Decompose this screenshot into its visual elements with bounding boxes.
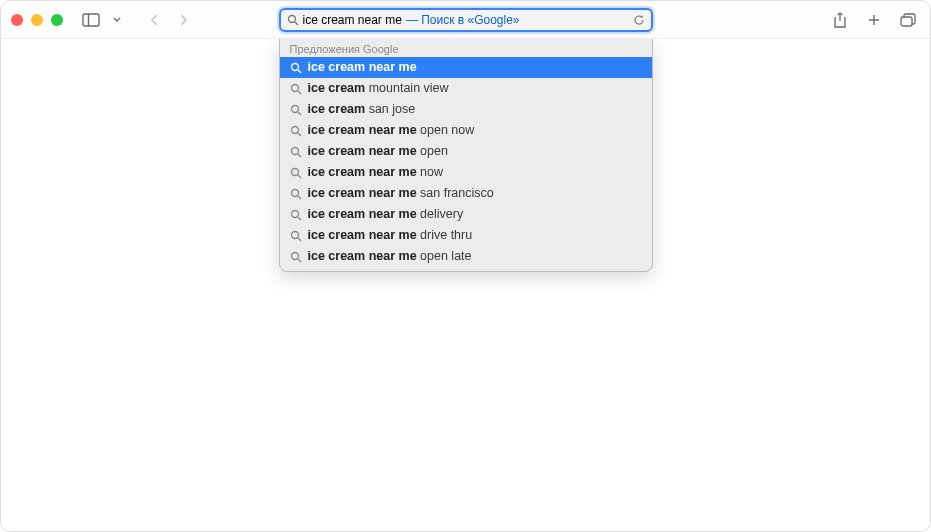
svg-point-19: [291, 189, 298, 196]
sidebar-dropdown-icon[interactable]: [105, 8, 129, 32]
share-button[interactable]: [828, 8, 852, 32]
svg-line-12: [298, 112, 301, 115]
back-button[interactable]: [143, 8, 167, 32]
suggestion-item[interactable]: ice cream near me san francisco: [280, 183, 652, 204]
search-icon: [290, 62, 302, 74]
svg-line-16: [298, 154, 301, 157]
suggestion-item[interactable]: ice cream mountain view: [280, 78, 652, 99]
svg-line-8: [298, 70, 301, 73]
suggestion-item[interactable]: ice cream san jose: [280, 99, 652, 120]
suggestion-rest: san francisco: [417, 186, 494, 200]
suggestion-rest: mountain view: [365, 81, 448, 95]
search-icon: [290, 167, 302, 179]
suggestion-item[interactable]: ice cream near me delivery: [280, 204, 652, 225]
suggestion-rest: open: [417, 144, 448, 158]
suggestions-header: Предложения Google: [280, 39, 652, 57]
svg-point-13: [291, 126, 298, 133]
svg-point-21: [291, 210, 298, 217]
suggestion-item[interactable]: ice cream near me: [280, 57, 652, 78]
svg-line-14: [298, 133, 301, 136]
suggestion-bold: ice cream: [308, 102, 366, 116]
svg-line-3: [295, 22, 298, 25]
suggestion-item[interactable]: ice cream near me open now: [280, 120, 652, 141]
svg-line-24: [298, 238, 301, 241]
address-bar[interactable]: ice cream near me — Поиск в «Google»: [279, 8, 653, 32]
search-icon: [290, 188, 302, 200]
address-bar-hint: — Поиск в «Google»: [406, 13, 520, 27]
suggestion-rest: open late: [417, 249, 472, 263]
suggestion-item[interactable]: ice cream near me open late: [280, 246, 652, 267]
search-icon: [287, 14, 299, 26]
search-icon: [290, 209, 302, 221]
svg-line-22: [298, 217, 301, 220]
svg-point-17: [291, 168, 298, 175]
traffic-lights: [11, 14, 63, 26]
suggestion-bold: ice cream near me: [308, 165, 417, 179]
window-close-button[interactable]: [11, 14, 23, 26]
svg-point-7: [291, 63, 298, 70]
suggestion-bold: ice cream near me: [308, 186, 417, 200]
svg-rect-0: [83, 14, 99, 26]
svg-point-15: [291, 147, 298, 154]
svg-point-23: [291, 231, 298, 238]
suggestion-item[interactable]: ice cream near me open: [280, 141, 652, 162]
svg-line-20: [298, 196, 301, 199]
window-minimize-button[interactable]: [31, 14, 43, 26]
suggestion-item[interactable]: ice cream near me drive thru: [280, 225, 652, 246]
suggestion-rest: open now: [417, 123, 475, 137]
suggestions-dropdown: Предложения Google ice cream near meice …: [279, 38, 653, 272]
address-bar-query: ice cream near me: [303, 13, 402, 27]
svg-point-2: [288, 15, 295, 22]
search-icon: [290, 230, 302, 242]
suggestion-bold: ice cream: [308, 81, 366, 95]
suggestion-rest: delivery: [417, 207, 464, 221]
tab-overview-button[interactable]: [896, 8, 920, 32]
svg-line-10: [298, 91, 301, 94]
search-icon: [290, 125, 302, 137]
suggestion-item[interactable]: ice cream near me now: [280, 162, 652, 183]
search-icon: [290, 146, 302, 158]
reload-icon[interactable]: [633, 14, 645, 26]
suggestion-bold: ice cream near me: [308, 123, 417, 137]
content-area: Предложения Google ice cream near meice …: [1, 39, 930, 531]
svg-point-11: [291, 105, 298, 112]
suggestion-bold: ice cream near me: [308, 249, 417, 263]
suggestion-rest: drive thru: [417, 228, 473, 242]
search-icon: [290, 251, 302, 263]
suggestion-bold: ice cream near me: [308, 144, 417, 158]
new-tab-button[interactable]: [862, 8, 886, 32]
svg-point-9: [291, 84, 298, 91]
window-toolbar: ice cream near me — Поиск в «Google»: [1, 1, 930, 39]
svg-line-26: [298, 259, 301, 262]
suggestion-bold: ice cream near me: [308, 60, 417, 74]
forward-button[interactable]: [171, 8, 195, 32]
search-icon: [290, 104, 302, 116]
window-maximize-button[interactable]: [51, 14, 63, 26]
sidebar-toggle-button[interactable]: [79, 8, 103, 32]
suggestion-bold: ice cream near me: [308, 207, 417, 221]
svg-rect-6: [901, 17, 912, 26]
svg-point-25: [291, 252, 298, 259]
suggestion-rest: san jose: [365, 102, 415, 116]
svg-line-18: [298, 175, 301, 178]
suggestion-bold: ice cream near me: [308, 228, 417, 242]
search-icon: [290, 83, 302, 95]
suggestion-rest: now: [417, 165, 443, 179]
